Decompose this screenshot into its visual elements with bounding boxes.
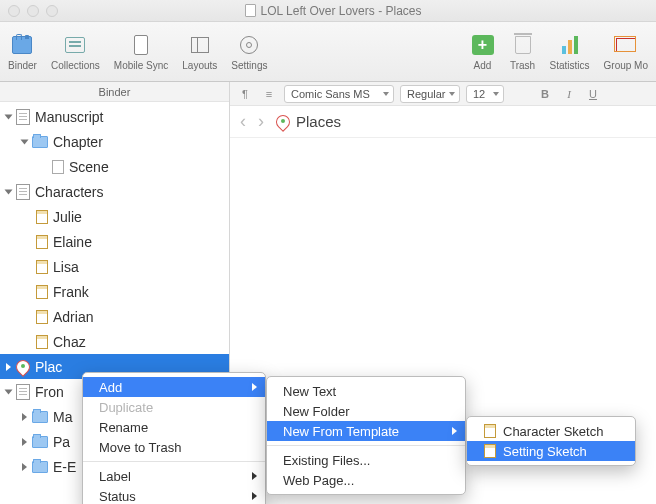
align-button[interactable]: ≡: [260, 88, 278, 100]
stats-icon: [562, 36, 578, 54]
menu-separator: [267, 445, 465, 446]
underline-button[interactable]: U: [584, 88, 602, 100]
tree-item-adrian[interactable]: Adrian: [0, 304, 229, 329]
paragraph-button[interactable]: ¶: [236, 88, 254, 100]
add-submenu: New Text New Folder New From Template Ex…: [266, 376, 466, 495]
settings-button[interactable]: Settings: [231, 33, 267, 71]
menu-status[interactable]: Status: [83, 486, 265, 504]
menu-new-folder[interactable]: New Folder: [267, 401, 465, 421]
menu-existing-files[interactable]: Existing Files...: [267, 450, 465, 470]
template-submenu: Character Sketch Setting Sketch: [466, 416, 636, 466]
group-mode-button[interactable]: Group Mo: [604, 33, 648, 71]
editor-nav: ‹ › Places: [230, 106, 656, 138]
binder-icon: [12, 36, 32, 54]
window-title: LOL Left Over Lovers - Places: [58, 4, 608, 18]
tree-item-chaz[interactable]: Chaz: [0, 329, 229, 354]
font-size-select[interactable]: 12: [466, 85, 504, 103]
italic-button[interactable]: I: [560, 88, 578, 100]
card-icon: [36, 285, 48, 299]
folder-icon: [32, 411, 48, 423]
window-controls: [8, 5, 58, 17]
gear-icon: [240, 36, 258, 54]
trash-icon: [515, 36, 531, 54]
disclosure-triangle[interactable]: [5, 189, 13, 194]
toolbar: Binder Collections Mobile Sync Layouts S…: [0, 22, 656, 82]
menu-separator: [83, 461, 265, 462]
tree-item-frank[interactable]: Frank: [0, 279, 229, 304]
menu-duplicate: Duplicate: [83, 397, 265, 417]
layouts-button[interactable]: Layouts: [182, 33, 217, 71]
menu-move-to-trash[interactable]: Move to Trash: [83, 437, 265, 457]
submenu-arrow-icon: [252, 492, 257, 500]
disclosure-triangle[interactable]: [22, 463, 27, 471]
places-icon: [16, 360, 30, 374]
card-icon: [36, 310, 48, 324]
group-icon: [616, 38, 636, 52]
card-icon: [36, 335, 48, 349]
card-icon: [484, 444, 496, 458]
menu-add[interactable]: Add: [83, 377, 265, 397]
folder-icon: [32, 461, 48, 473]
mobile-sync-button[interactable]: Mobile Sync: [114, 33, 168, 71]
nav-title: Places: [276, 113, 341, 130]
card-icon: [36, 210, 48, 224]
menu-new-text[interactable]: New Text: [267, 381, 465, 401]
disclosure-triangle[interactable]: [5, 389, 13, 394]
zoom-window[interactable]: [46, 5, 58, 17]
disclosure-triangle[interactable]: [22, 413, 27, 421]
submenu-arrow-icon: [252, 383, 257, 391]
font-family-select[interactable]: Comic Sans MS: [284, 85, 394, 103]
folder-icon: [16, 184, 30, 200]
document-icon: [52, 160, 64, 174]
add-button[interactable]: +Add: [470, 33, 496, 71]
disclosure-triangle[interactable]: [6, 363, 11, 371]
tree-item-lisa[interactable]: Lisa: [0, 254, 229, 279]
card-icon: [484, 424, 496, 438]
collections-icon: [65, 37, 85, 53]
folder-icon: [32, 136, 48, 148]
menu-character-sketch[interactable]: Character Sketch: [467, 421, 635, 441]
submenu-arrow-icon: [252, 472, 257, 480]
close-window[interactable]: [8, 5, 20, 17]
places-icon: [276, 115, 290, 129]
card-icon: [36, 235, 48, 249]
plus-icon: +: [472, 35, 494, 55]
mobile-icon: [134, 35, 148, 55]
menu-rename[interactable]: Rename: [83, 417, 265, 437]
format-bar: ¶ ≡ Comic Sans MS Regular 12 B I U: [230, 82, 656, 106]
collections-button[interactable]: Collections: [51, 33, 100, 71]
font-weight-select[interactable]: Regular: [400, 85, 460, 103]
titlebar: LOL Left Over Lovers - Places: [0, 0, 656, 22]
context-menu: Add Duplicate Rename Move to Trash Label…: [82, 372, 266, 504]
minimize-window[interactable]: [27, 5, 39, 17]
menu-setting-sketch[interactable]: Setting Sketch: [467, 441, 635, 461]
window-title-text: LOL Left Over Lovers - Places: [261, 4, 422, 18]
menu-new-from-template[interactable]: New From Template: [267, 421, 465, 441]
document-icon: [245, 4, 256, 17]
statistics-button[interactable]: Statistics: [550, 33, 590, 71]
folder-icon: [16, 384, 30, 400]
tree-item-elaine[interactable]: Elaine: [0, 229, 229, 254]
menu-label[interactable]: Label: [83, 466, 265, 486]
binder-header: Binder: [0, 82, 229, 102]
disclosure-triangle[interactable]: [21, 139, 29, 144]
submenu-arrow-icon: [452, 427, 457, 435]
menu-web-page[interactable]: Web Page...: [267, 470, 465, 490]
nav-forward[interactable]: ›: [258, 111, 264, 132]
tree-item-chapter[interactable]: Chapter: [0, 129, 229, 154]
layouts-icon: [191, 37, 209, 53]
trash-button[interactable]: Trash: [510, 33, 536, 71]
binder-button[interactable]: Binder: [8, 33, 37, 71]
tree-item-characters[interactable]: Characters: [0, 179, 229, 204]
card-icon: [36, 260, 48, 274]
disclosure-triangle[interactable]: [5, 114, 13, 119]
nav-back[interactable]: ‹: [240, 111, 246, 132]
manuscript-icon: [16, 109, 30, 125]
tree-item-scene[interactable]: Scene: [0, 154, 229, 179]
tree-item-manuscript[interactable]: Manuscript: [0, 104, 229, 129]
tree-item-julie[interactable]: Julie: [0, 204, 229, 229]
folder-icon: [32, 436, 48, 448]
bold-button[interactable]: B: [536, 88, 554, 100]
disclosure-triangle[interactable]: [22, 438, 27, 446]
